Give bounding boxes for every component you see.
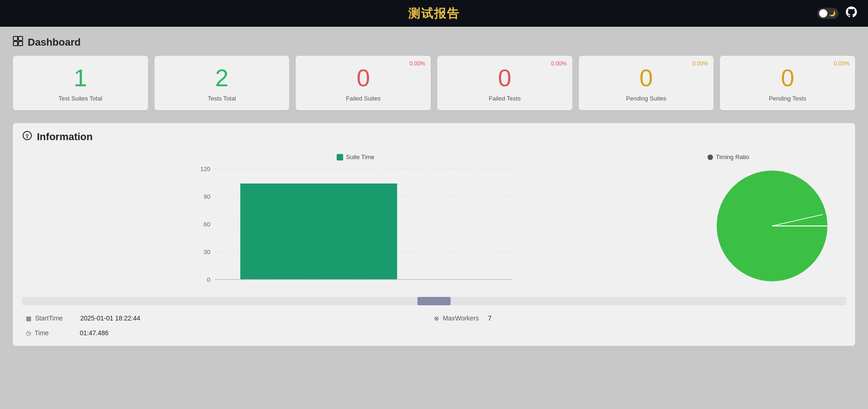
information-icon (22, 130, 32, 143)
svg-text:0: 0 (207, 276, 210, 283)
header: 测试报告 🌙 (0, 0, 868, 27)
card-label-failed-suites: Failed Suites (303, 95, 423, 102)
scrollbar-thumb (417, 297, 450, 305)
github-icon[interactable] (846, 6, 857, 20)
card-test-suites-total: 1 Test Suites Total (13, 56, 148, 110)
chart-legend: Suite Time (22, 154, 689, 160)
info-row-maxworkers: ⊗ MaxWorkers 7 (434, 313, 842, 324)
card-pct-failed-tests: 0.00% (551, 60, 567, 67)
information-section: Information Suite Time 120 90 60 30 0 (13, 123, 855, 346)
pie-legend-label: Timing Ratio (716, 154, 749, 160)
starttime-val: 2025-01-01 18:22:44 (80, 314, 140, 322)
legend-color-green (337, 154, 343, 160)
card-value-pending-suites: 0 (586, 65, 707, 91)
info-row-time: ◷ Time 01:47.486 (26, 327, 434, 338)
starttime-icon: ▦ (26, 315, 31, 322)
dashboard-section-header: Dashboard (13, 36, 855, 48)
info-row-starttime: ▦ StartTime 2025-01-01 18:22:44 (26, 313, 434, 324)
card-value-failed-tests: 0 (445, 65, 565, 91)
information-label: Information (37, 131, 93, 143)
svg-text:90: 90 (204, 193, 210, 200)
card-pct-pending-suites: 0.00% (692, 60, 708, 67)
info-table: ▦ StartTime 2025-01-01 18:22:44 ⊗ MaxWor… (13, 305, 855, 346)
chart-legend-label: Suite Time (346, 154, 374, 160)
card-pct-failed-suites: 0.00% (410, 60, 425, 67)
dashboard-label: Dashboard (28, 36, 81, 48)
bar-suite1 (240, 184, 397, 279)
card-tests-total: 2 Tests Total (155, 56, 290, 110)
main-content: Dashboard 1 Test Suites Total 2 Tests To… (0, 27, 868, 355)
toggle-knob (819, 9, 827, 18)
card-label-test-suites-total: Test Suites Total (20, 95, 141, 102)
svg-rect-2 (13, 41, 18, 46)
card-pending-suites: 0.00% 0 Pending Suites (579, 56, 714, 110)
dashboard-icon (13, 36, 23, 48)
maxworkers-val: 7 (488, 314, 492, 322)
pie-legend-dot (707, 154, 713, 160)
card-label-pending-suites: Pending Suites (586, 95, 707, 102)
card-value-tests-total: 2 (162, 65, 282, 91)
card-pending-tests: 0.00% 0 Pending Tests (720, 56, 855, 110)
card-value-failed-suites: 0 (303, 65, 423, 91)
bar-chart-area: Suite Time 120 90 60 30 0 (22, 154, 689, 295)
card-label-failed-tests: Failed Tests (445, 95, 565, 102)
card-failed-suites: 0.00% 0 Failed Suites (296, 56, 431, 110)
information-header: Information (13, 123, 855, 149)
theme-toggle[interactable]: 🌙 (817, 8, 838, 19)
maxworkers-icon: ⊗ (434, 315, 439, 322)
pie-chart-svg (712, 166, 832, 286)
card-value-test-suites-total: 1 (20, 65, 141, 91)
svg-text:30: 30 (204, 249, 210, 255)
bar-chart-svg: 120 90 60 30 0 (22, 164, 689, 293)
card-failed-tests: 0.00% 0 Failed Tests (437, 56, 572, 110)
svg-rect-3 (18, 41, 23, 46)
pie-chart-area: Timing Ratio (698, 154, 846, 295)
starttime-key: StartTime (35, 314, 77, 322)
time-icon: ◷ (26, 330, 31, 337)
page-title: 测试报告 (408, 6, 460, 22)
svg-rect-1 (18, 36, 23, 41)
dashboard-cards: 1 Test Suites Total 2 Tests Total 0.00% … (13, 56, 855, 110)
moon-icon: 🌙 (829, 10, 836, 17)
svg-rect-0 (13, 36, 18, 41)
card-value-pending-tests: 0 (727, 65, 848, 91)
chart-container: Suite Time 120 90 60 30 0 (13, 149, 855, 295)
svg-text:120: 120 (200, 166, 210, 172)
card-label-pending-tests: Pending Tests (727, 95, 848, 102)
card-label-tests-total: Tests Total (162, 95, 282, 102)
card-pct-pending-tests: 0.00% (834, 60, 850, 67)
header-controls: 🌙 (817, 6, 857, 20)
svg-text:60: 60 (204, 221, 210, 228)
pie-legend: Timing Ratio (698, 154, 749, 160)
maxworkers-key: MaxWorkers (443, 314, 484, 322)
time-key: Time (35, 329, 76, 337)
scrollbar-area[interactable] (22, 297, 846, 305)
time-val: 01:47.486 (80, 329, 108, 337)
